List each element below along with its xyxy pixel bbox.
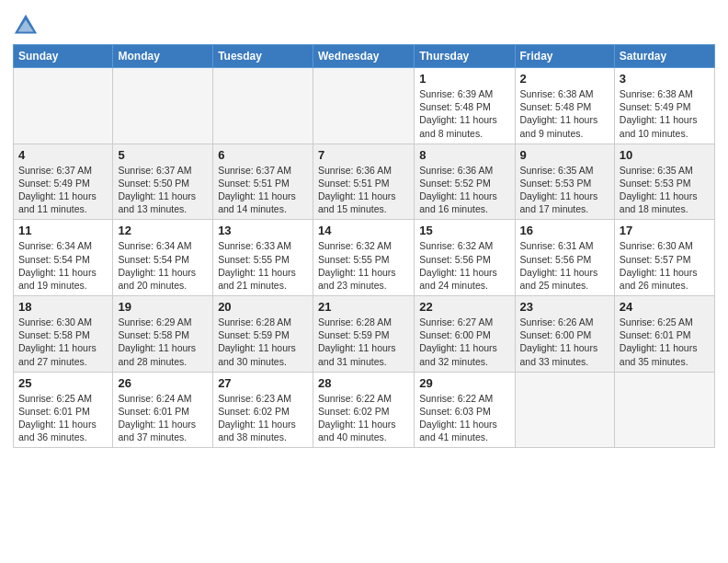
- day-info: Sunrise: 6:22 AM Sunset: 6:03 PM Dayligh…: [419, 392, 509, 444]
- calendar-cell: [614, 372, 714, 448]
- day-number: 5: [118, 148, 208, 162]
- calendar-cell: 22Sunrise: 6:27 AM Sunset: 6:00 PM Dayli…: [415, 296, 515, 373]
- calendar-cell: 4Sunrise: 6:37 AM Sunset: 5:49 PM Daylig…: [14, 144, 113, 220]
- day-info: Sunrise: 6:28 AM Sunset: 5:59 PM Dayligh…: [218, 316, 308, 368]
- calendar-cell: [113, 68, 213, 144]
- calendar-week-row: 1Sunrise: 6:39 AM Sunset: 5:48 PM Daylig…: [14, 68, 715, 144]
- day-number: 16: [520, 224, 609, 237]
- day-number: 19: [118, 300, 208, 314]
- header-row: [13, 9, 715, 39]
- calendar-cell: 14Sunrise: 6:32 AM Sunset: 5:55 PM Dayli…: [313, 220, 414, 296]
- calendar-cell: 25Sunrise: 6:25 AM Sunset: 6:01 PM Dayli…: [14, 372, 113, 448]
- day-number: 21: [318, 300, 409, 314]
- calendar-cell: 21Sunrise: 6:28 AM Sunset: 5:59 PM Dayli…: [313, 296, 414, 373]
- day-number: 28: [318, 376, 409, 390]
- calendar-cell: [313, 68, 414, 144]
- logo-icon: [13, 13, 39, 39]
- day-number: 26: [118, 376, 208, 390]
- main-container: SundayMondayTuesdayWednesdayThursdayFrid…: [0, 0, 728, 457]
- calendar-cell: 16Sunrise: 6:31 AM Sunset: 5:56 PM Dayli…: [515, 220, 614, 296]
- calendar-cell: 2Sunrise: 6:38 AM Sunset: 5:48 PM Daylig…: [515, 68, 614, 144]
- day-number: 2: [520, 72, 609, 86]
- day-info: Sunrise: 6:23 AM Sunset: 6:02 PM Dayligh…: [218, 392, 308, 444]
- day-number: 3: [620, 72, 710, 86]
- calendar-cell: 29Sunrise: 6:22 AM Sunset: 6:03 PM Dayli…: [415, 372, 515, 448]
- calendar-cell: 5Sunrise: 6:37 AM Sunset: 5:50 PM Daylig…: [113, 144, 213, 220]
- calendar-cell: 11Sunrise: 6:34 AM Sunset: 5:54 PM Dayli…: [14, 220, 113, 296]
- calendar-table: SundayMondayTuesdayWednesdayThursdayFrid…: [13, 44, 715, 448]
- weekday-header-tuesday: Tuesday: [213, 45, 313, 68]
- calendar-cell: 27Sunrise: 6:23 AM Sunset: 6:02 PM Dayli…: [213, 372, 313, 448]
- weekday-header-thursday: Thursday: [415, 45, 515, 68]
- calendar-cell: 19Sunrise: 6:29 AM Sunset: 5:58 PM Dayli…: [113, 296, 213, 373]
- calendar-cell: 24Sunrise: 6:25 AM Sunset: 6:01 PM Dayli…: [614, 296, 714, 373]
- calendar-cell: 13Sunrise: 6:33 AM Sunset: 5:55 PM Dayli…: [213, 220, 313, 296]
- day-number: 20: [218, 300, 308, 314]
- day-number: 6: [218, 148, 308, 162]
- day-info: Sunrise: 6:32 AM Sunset: 5:56 PM Dayligh…: [419, 239, 509, 292]
- calendar-cell: 8Sunrise: 6:36 AM Sunset: 5:52 PM Daylig…: [415, 144, 515, 220]
- logo: [13, 13, 42, 39]
- calendar-week-row: 25Sunrise: 6:25 AM Sunset: 6:01 PM Dayli…: [14, 372, 715, 448]
- day-number: 11: [18, 224, 108, 237]
- day-info: Sunrise: 6:31 AM Sunset: 5:56 PM Dayligh…: [520, 239, 609, 292]
- calendar-cell: 23Sunrise: 6:26 AM Sunset: 6:00 PM Dayli…: [515, 296, 614, 373]
- day-info: Sunrise: 6:25 AM Sunset: 6:01 PM Dayligh…: [18, 392, 108, 444]
- calendar-cell: 17Sunrise: 6:30 AM Sunset: 5:57 PM Dayli…: [614, 220, 714, 296]
- day-info: Sunrise: 6:34 AM Sunset: 5:54 PM Dayligh…: [118, 239, 208, 292]
- calendar-cell: [14, 68, 113, 144]
- calendar-cell: 7Sunrise: 6:36 AM Sunset: 5:51 PM Daylig…: [313, 144, 414, 220]
- day-info: Sunrise: 6:28 AM Sunset: 5:59 PM Dayligh…: [318, 316, 409, 368]
- day-info: Sunrise: 6:37 AM Sunset: 5:50 PM Dayligh…: [118, 164, 208, 216]
- day-info: Sunrise: 6:33 AM Sunset: 5:55 PM Dayligh…: [218, 239, 308, 292]
- calendar-cell: 12Sunrise: 6:34 AM Sunset: 5:54 PM Dayli…: [113, 220, 213, 296]
- calendar-cell: 3Sunrise: 6:38 AM Sunset: 5:49 PM Daylig…: [614, 68, 714, 144]
- day-number: 27: [218, 376, 308, 390]
- day-info: Sunrise: 6:35 AM Sunset: 5:53 PM Dayligh…: [520, 164, 609, 216]
- weekday-header-wednesday: Wednesday: [313, 45, 414, 68]
- calendar-cell: [213, 68, 313, 144]
- day-number: 14: [318, 224, 409, 237]
- day-number: 22: [419, 300, 509, 314]
- day-info: Sunrise: 6:29 AM Sunset: 5:58 PM Dayligh…: [118, 316, 208, 368]
- day-number: 24: [620, 300, 710, 314]
- weekday-header-row: SundayMondayTuesdayWednesdayThursdayFrid…: [14, 45, 715, 68]
- day-info: Sunrise: 6:30 AM Sunset: 5:58 PM Dayligh…: [18, 316, 108, 368]
- weekday-header-saturday: Saturday: [614, 45, 714, 68]
- calendar-cell: 18Sunrise: 6:30 AM Sunset: 5:58 PM Dayli…: [14, 296, 113, 373]
- day-info: Sunrise: 6:27 AM Sunset: 6:00 PM Dayligh…: [419, 316, 509, 368]
- calendar-week-row: 4Sunrise: 6:37 AM Sunset: 5:49 PM Daylig…: [14, 144, 715, 220]
- day-number: 17: [620, 224, 710, 237]
- day-number: 15: [419, 224, 509, 237]
- day-number: 4: [18, 148, 108, 162]
- day-number: 7: [318, 148, 409, 162]
- day-info: Sunrise: 6:26 AM Sunset: 6:00 PM Dayligh…: [520, 316, 609, 368]
- calendar-cell: 10Sunrise: 6:35 AM Sunset: 5:53 PM Dayli…: [614, 144, 714, 220]
- day-info: Sunrise: 6:37 AM Sunset: 5:49 PM Dayligh…: [18, 164, 108, 216]
- calendar-cell: 15Sunrise: 6:32 AM Sunset: 5:56 PM Dayli…: [415, 220, 515, 296]
- day-info: Sunrise: 6:24 AM Sunset: 6:01 PM Dayligh…: [118, 392, 208, 444]
- calendar-cell: 6Sunrise: 6:37 AM Sunset: 5:51 PM Daylig…: [213, 144, 313, 220]
- day-info: Sunrise: 6:34 AM Sunset: 5:54 PM Dayligh…: [18, 239, 108, 292]
- day-number: 25: [18, 376, 108, 390]
- calendar-cell: 26Sunrise: 6:24 AM Sunset: 6:01 PM Dayli…: [113, 372, 213, 448]
- calendar-cell: 9Sunrise: 6:35 AM Sunset: 5:53 PM Daylig…: [515, 144, 614, 220]
- day-number: 23: [520, 300, 609, 314]
- day-number: 18: [18, 300, 108, 314]
- day-number: 12: [118, 224, 208, 237]
- day-number: 10: [620, 148, 710, 162]
- calendar-cell: 20Sunrise: 6:28 AM Sunset: 5:59 PM Dayli…: [213, 296, 313, 373]
- day-info: Sunrise: 6:36 AM Sunset: 5:52 PM Dayligh…: [419, 164, 509, 216]
- day-info: Sunrise: 6:32 AM Sunset: 5:55 PM Dayligh…: [318, 239, 409, 292]
- calendar-week-row: 18Sunrise: 6:30 AM Sunset: 5:58 PM Dayli…: [14, 296, 715, 373]
- day-info: Sunrise: 6:36 AM Sunset: 5:51 PM Dayligh…: [318, 164, 409, 216]
- calendar-cell: 28Sunrise: 6:22 AM Sunset: 6:02 PM Dayli…: [313, 372, 414, 448]
- weekday-header-monday: Monday: [113, 45, 213, 68]
- day-number: 9: [520, 148, 609, 162]
- day-info: Sunrise: 6:30 AM Sunset: 5:57 PM Dayligh…: [620, 239, 710, 292]
- day-number: 1: [419, 72, 509, 86]
- weekday-header-friday: Friday: [515, 45, 614, 68]
- day-info: Sunrise: 6:39 AM Sunset: 5:48 PM Dayligh…: [419, 87, 509, 140]
- day-info: Sunrise: 6:37 AM Sunset: 5:51 PM Dayligh…: [218, 164, 308, 216]
- weekday-header-sunday: Sunday: [14, 45, 113, 68]
